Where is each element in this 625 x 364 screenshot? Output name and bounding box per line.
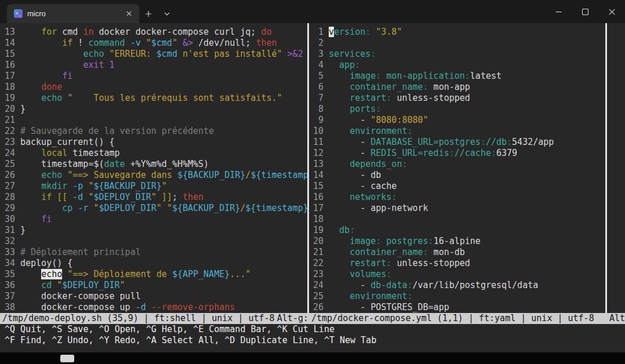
code-line[interactable]: 18 done bbox=[5, 82, 307, 93]
code-line[interactable]: 26 echo "==> Sauvegarde dans ${BACKUP_DI… bbox=[5, 170, 307, 181]
code-line[interactable]: 9 - "8080:8080" bbox=[313, 115, 625, 126]
code-text: db: bbox=[329, 225, 355, 235]
titlebar[interactable]: >_ micro bbox=[0, 0, 625, 23]
code-line[interactable]: 7 restart: unless-stopped bbox=[313, 93, 625, 104]
code-line[interactable]: 37 docker-compose pull bbox=[5, 291, 307, 302]
line-number: 3 bbox=[313, 49, 324, 60]
code-line[interactable]: 32 bbox=[5, 236, 307, 247]
code-line[interactable]: 38 docker-compose up -d --remove-orphans bbox=[5, 302, 307, 313]
status-file-left: /tmp/demo-deploy.sh (35,9) | ft:shell | … bbox=[2, 313, 275, 324]
code-line[interactable]: 22 restart: unless-stopped bbox=[313, 258, 625, 269]
line-number: 22 bbox=[5, 126, 15, 137]
code-line[interactable]: 29 cp -r "$DEPLOY_DIR" "${BACKUP_DIR}/${… bbox=[5, 203, 307, 214]
code-line[interactable]: 35 echo "==> Déploiement de ${APP_NAME}.… bbox=[5, 269, 307, 280]
code-text: - POSTGRES_DB=app bbox=[329, 302, 449, 312]
code-line[interactable]: 28 if [[ -d "$DEPLOY_DIR" ]]; then bbox=[5, 192, 307, 203]
line-number: 22 bbox=[313, 258, 324, 269]
code-line[interactable]: 24 - db-data:/var/lib/postgresql/data bbox=[313, 280, 625, 291]
line-number: 35 bbox=[5, 269, 15, 280]
code-line[interactable]: 4 app: bbox=[313, 60, 625, 71]
line-number: 8 bbox=[313, 104, 324, 115]
code-line[interactable]: 17 - app-network bbox=[313, 203, 625, 214]
code-line[interactable]: 23backup_current() { bbox=[5, 137, 307, 148]
code-text: fi bbox=[20, 71, 72, 81]
code-line[interactable]: 31} bbox=[5, 225, 307, 236]
code-line[interactable]: 15 - cache bbox=[313, 181, 625, 192]
terminal-window: >_ micro 13 for cmd in docker docker-com… bbox=[0, 0, 625, 364]
code-text: fi bbox=[20, 214, 52, 224]
editor-pane-shell[interactable]: 13 for cmd in docker docker-compose curl… bbox=[0, 27, 307, 313]
close-button[interactable] bbox=[598, 0, 625, 23]
code-text: for cmd in docker docker-compose curl jq… bbox=[20, 27, 271, 37]
code-text: exit 1 bbox=[20, 60, 115, 70]
code-line[interactable]: 16 exit 1 bbox=[5, 60, 307, 71]
code-line[interactable]: 19 db: bbox=[313, 225, 625, 236]
tab-dropdown-button[interactable] bbox=[158, 4, 176, 23]
code-text: container_name: mon-db bbox=[329, 247, 465, 257]
code-line[interactable]: 6 container_name: mon-app bbox=[313, 82, 625, 93]
code-line[interactable]: 1version: "3.8" bbox=[313, 27, 625, 38]
statusbar-right-pane: /tmp/docker-compose.yml (1,1) | ft:yaml … bbox=[309, 313, 625, 324]
code-line[interactable]: 34deploy() { bbox=[5, 258, 307, 269]
line-number: 17 bbox=[313, 203, 324, 214]
code-line[interactable]: 14 if ! command -v "$cmd" &> /dev/null; … bbox=[5, 38, 307, 49]
code-line[interactable]: 27 mkdir -p "${BACKUP_DIR}" bbox=[5, 181, 307, 192]
line-number: 23 bbox=[5, 137, 15, 148]
code-text: echo "ERREUR: $cmd n'est pas installé" >… bbox=[20, 49, 303, 59]
code-line[interactable]: 5 image: mon-application:latest bbox=[313, 71, 625, 82]
code-line[interactable]: 17 fi bbox=[5, 71, 307, 82]
code-line[interactable]: 8 ports: bbox=[313, 104, 625, 115]
tab-title: micro bbox=[27, 9, 118, 18]
tab-micro[interactable]: >_ micro bbox=[7, 4, 139, 23]
tab-close-icon[interactable] bbox=[123, 8, 135, 20]
code-line[interactable]: 36 cd "$DEPLOY_DIR" bbox=[5, 280, 307, 291]
editor-pane-yaml[interactable]: 1version: "3.8"23services:4 app:5 image:… bbox=[310, 27, 625, 313]
code-line[interactable]: 11 - DATABASE_URL=postgres://db:5432/app bbox=[313, 137, 625, 148]
line-number: 19 bbox=[5, 93, 15, 104]
maximize-button[interactable] bbox=[572, 0, 598, 23]
code-line[interactable]: 33# Déploiement principal bbox=[5, 247, 307, 258]
code-line[interactable]: 15 echo "ERREUR: $cmd n'est pas installé… bbox=[5, 49, 307, 60]
code-line[interactable]: 25 timestamp=$(date +%Y%m%d_%H%M%S) bbox=[5, 159, 307, 170]
line-number: 14 bbox=[313, 170, 324, 181]
line-number: 20 bbox=[313, 236, 324, 247]
code-line[interactable]: 3services: bbox=[313, 49, 625, 60]
code-line[interactable]: 25 environment: bbox=[313, 291, 625, 302]
split-divider-scrollbar[interactable] bbox=[307, 23, 309, 313]
code-line[interactable]: 26 - POSTGRES_DB=app bbox=[313, 302, 625, 313]
code-line[interactable]: 20 image: postgres:16-alpine bbox=[313, 236, 625, 247]
titlebar-drag-region[interactable] bbox=[176, 0, 545, 23]
code-line[interactable]: 23 volumes: bbox=[313, 269, 625, 280]
line-number: 7 bbox=[313, 93, 324, 104]
line-number: 24 bbox=[5, 148, 15, 159]
line-number: 16 bbox=[313, 192, 324, 203]
right-pane-scrollbar[interactable] bbox=[605, 23, 607, 313]
code-line[interactable]: 13 for cmd in docker docker-compose curl… bbox=[5, 27, 307, 38]
code-text: # Déploiement principal bbox=[20, 247, 141, 257]
code-line[interactable]: 21 bbox=[5, 115, 307, 126]
code-line[interactable]: 22# Sauvegarde de la version précédente bbox=[5, 126, 307, 137]
line-number: 9 bbox=[313, 115, 324, 126]
new-tab-button[interactable] bbox=[139, 4, 158, 23]
editor-area: 13 for cmd in docker docker-compose curl… bbox=[0, 23, 625, 313]
code-line[interactable]: 24 local timestamp bbox=[5, 148, 307, 159]
code-line[interactable]: 2 bbox=[313, 38, 625, 49]
code-line[interactable]: 13 depends_on: bbox=[313, 159, 625, 170]
code-line[interactable]: 18 bbox=[313, 214, 625, 225]
code-line[interactable]: 16 networks: bbox=[313, 192, 625, 203]
code-text: - db-data:/var/lib/postgresql/data bbox=[329, 280, 538, 290]
line-number: 31 bbox=[5, 225, 15, 236]
code-text: environment: bbox=[329, 126, 413, 136]
code-line[interactable]: 14 - db bbox=[313, 170, 625, 181]
code-line[interactable]: 20} bbox=[5, 104, 307, 115]
code-line[interactable]: 19 echo " Tous les prérequis sont satisf… bbox=[5, 93, 307, 104]
minimize-button[interactable] bbox=[545, 0, 572, 23]
code-line[interactable]: 12 - REDIS_URL=redis://cache:6379 bbox=[313, 148, 625, 159]
code-text: restart: unless-stopped bbox=[329, 258, 470, 268]
code-text: app: bbox=[329, 60, 360, 70]
taskbar-icon-fragment[interactable] bbox=[60, 355, 74, 362]
code-line[interactable]: 21 container_name: mon-db bbox=[313, 247, 625, 258]
status-hint-left: Alt-g: bbox=[277, 313, 308, 324]
code-line[interactable]: 10 environment: bbox=[313, 126, 625, 137]
code-line[interactable]: 30 fi bbox=[5, 214, 307, 225]
